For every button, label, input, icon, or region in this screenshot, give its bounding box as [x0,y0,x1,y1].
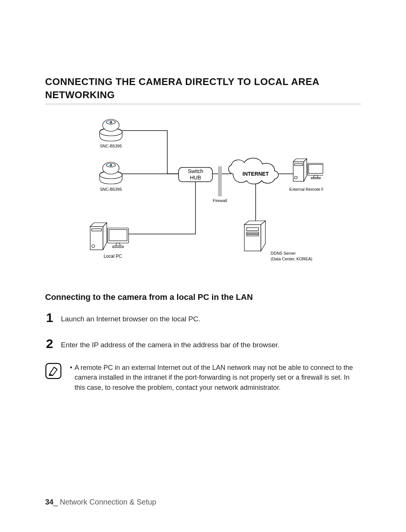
step-number: 2 [45,337,54,350]
step-number: 1 [45,311,54,324]
note-bullet: • [70,363,72,392]
svg-rect-15 [113,246,123,248]
step-text: Launch an Internet browser on the local … [61,311,200,324]
note-block: • A remote PC in an external Internet ou… [45,363,361,392]
note-icon [45,363,62,379]
svg-point-9 [110,164,112,166]
manual-page: CONNECTING THE CAMERA DIRECTLY TO LOCAL … [0,0,406,532]
svg-rect-21 [311,178,320,179]
firewall-label: Firewall [213,198,227,203]
network-diagram: Switch HUB INTERNET [83,116,323,277]
footer-section: Network Connection & Setup [58,498,156,506]
switch-label-line2: HUB [190,175,201,181]
ddns-label-line2: (Data Center, KOREA) [271,257,312,261]
internet-label: INTERNET [242,171,269,177]
svg-rect-24 [247,232,259,234]
heading-rule [45,104,361,104]
page-footer: 34_ Network Connection & Setup [45,498,156,506]
svg-point-18 [295,176,297,179]
ddns-label-line1: DDNS Server [271,251,296,255]
page-number: 34 [45,498,53,506]
network-diagram-svg: Switch HUB INTERNET [83,116,323,277]
remote-pc-label: External Remote PC [289,187,323,192]
svg-rect-25 [247,234,259,236]
step-text: Enter the IP address of the camera in th… [61,337,280,350]
note-body: • A remote PC in an external Internet ou… [70,363,361,392]
svg-rect-0 [218,166,222,196]
step-2: 2 Enter the IP address of the camera in … [45,337,361,350]
svg-rect-26 [46,363,61,378]
subsection-heading: Connecting to the camera from a local PC… [45,292,361,302]
local-pc-label: Local PC [104,254,122,259]
camera1-label: SNC-B5395 [100,144,122,148]
svg-point-12 [92,245,95,248]
svg-rect-14 [109,230,127,241]
switch-label-line1: Switch [188,168,203,174]
svg-rect-23 [247,228,259,231]
camera2-label: SNC-B5395 [100,187,122,192]
svg-rect-20 [309,164,323,173]
section-heading: CONNECTING THE CAMERA DIRECTLY TO LOCAL … [45,75,361,102]
step-1: 1 Launch an Internet browser on the loca… [45,311,361,324]
footer-separator: _ [53,498,58,506]
svg-rect-17 [294,164,303,166]
svg-rect-11 [92,229,102,231]
note-text: A remote PC in an external Internet out … [74,363,361,392]
svg-point-5 [110,122,112,123]
